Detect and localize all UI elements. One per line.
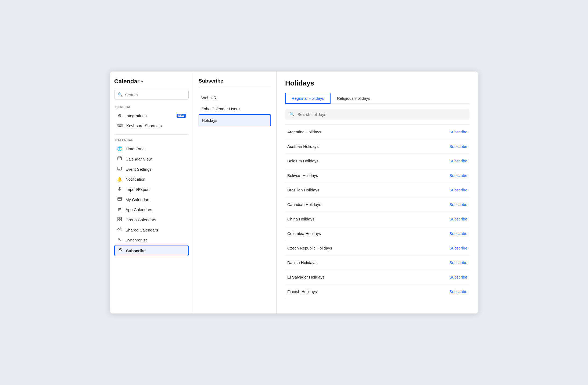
holiday-row: Argentine Holidays Subscribe [285,125,469,139]
event-settings-icon [117,166,122,172]
subscribe-button[interactable]: Subscribe [449,159,467,163]
app-title[interactable]: Calendar ▾ [114,78,189,85]
synchronize-icon: ↻ [117,237,122,243]
subscribe-label: Subscribe [126,248,146,253]
subscribe-button[interactable]: Subscribe [449,231,467,236]
middle-item-web-url[interactable]: Web URL [199,92,271,103]
subscribe-button[interactable]: Subscribe [449,188,467,192]
tab-religious-holidays[interactable]: Religious Holidays [331,93,377,104]
svg-rect-11 [118,219,119,221]
holiday-row: Czech Republic Holidays Subscribe [285,241,469,255]
group-calendars-label: Group Calendars [126,218,156,222]
tabs-row: Regional Holidays Religious Holidays [285,93,469,104]
holiday-row: Finnish Holidays Subscribe [285,284,469,299]
holidays-label: Holidays [202,118,217,123]
search-holidays-icon: 🔍 [289,112,295,117]
chevron-down-icon: ▾ [141,79,143,84]
subscribe-button[interactable]: Subscribe [449,289,467,294]
general-section-label: GENERAL [114,105,189,109]
sidebar-item-keyboard-shortcuts[interactable]: ⌨ Keyboard Shortcuts [114,121,189,131]
shared-calendars-icon [117,227,122,233]
new-badge: NEW [177,114,186,118]
search-input[interactable] [125,92,185,97]
holiday-row: Bolivian Holidays Subscribe [285,168,469,183]
holiday-row: Austrian Holidays Subscribe [285,139,469,154]
holiday-row: China Holidays Subscribe [285,212,469,226]
sidebar-item-app-calendars[interactable]: ⊞ App Calendars [114,205,189,215]
subscribe-button[interactable]: Subscribe [449,130,467,134]
notification-label: Notification [126,177,145,181]
keyboard-icon: ⌨ [117,123,123,128]
holiday-row: Danish Holidays Subscribe [285,255,469,270]
middle-item-zoho-users[interactable]: Zoho Calendar Users [199,103,271,114]
svg-point-15 [120,230,121,231]
calendar-section-label: CALENDAR [114,138,189,142]
holiday-name: El Salvador Holidays [287,275,324,279]
sidebar-item-subscribe[interactable]: Subscribe [114,245,189,256]
group-calendars-icon [117,217,122,222]
sidebar: Calendar ▾ 🔍 GENERAL ⚙ Integrations NEW … [110,72,193,313]
zoho-users-label: Zoho Calendar Users [201,106,240,111]
holiday-name: Finnish Holidays [287,289,317,294]
subscribe-icon [117,248,123,253]
search-holidays-input[interactable] [297,112,465,117]
svg-rect-9 [118,217,119,219]
timezone-icon: 🌐 [117,146,122,151]
holiday-name: China Holidays [287,217,314,221]
holiday-name: Bolivian Holidays [287,173,318,178]
search-holidays-box: 🔍 [285,109,469,120]
svg-rect-10 [120,217,121,219]
holiday-row: Belgium Holidays Subscribe [285,154,469,168]
svg-rect-0 [118,157,121,160]
title-text: Calendar [114,78,139,85]
svg-point-14 [120,228,121,229]
tab-regional-holidays[interactable]: Regional Holidays [285,93,331,104]
integrations-icon: ⚙ [117,113,122,118]
subscribe-button[interactable]: Subscribe [449,246,467,250]
sidebar-item-my-calendars[interactable]: My Calendars [114,194,189,205]
sidebar-item-group-calendars[interactable]: Group Calendars [114,215,189,225]
holiday-name: Czech Republic Holidays [287,246,332,250]
subscribe-button[interactable]: Subscribe [449,217,467,221]
svg-point-13 [118,229,119,230]
sidebar-item-shared-calendars[interactable]: Shared Calendars [114,225,189,235]
app-calendars-label: App Calendars [126,207,152,212]
sidebar-item-calendar-view[interactable]: Calendar View [114,154,189,164]
app-calendars-icon: ⊞ [117,207,122,212]
svg-rect-6 [119,169,120,170]
page-title: Holidays [285,79,469,87]
search-icon: 🔍 [118,92,123,97]
religious-holidays-tab-label: Religious Holidays [337,96,370,101]
search-box: 🔍 [114,90,189,99]
web-url-label: Web URL [201,95,219,100]
subscribe-button[interactable]: Subscribe [449,260,467,265]
holiday-name: Belgium Holidays [287,159,318,163]
holiday-name: Brazilian Holidays [287,188,319,192]
subscribe-button[interactable]: Subscribe [449,275,467,279]
svg-line-17 [119,230,120,230]
subscribe-button[interactable]: Subscribe [449,173,467,178]
calendar-view-icon [117,156,122,162]
keyboard-shortcuts-label: Keyboard Shortcuts [126,123,162,128]
subscribe-button[interactable]: Subscribe [449,144,467,149]
import-export-icon [117,187,122,192]
middle-panel: Subscribe Web URL Zoho Calendar Users Ho… [193,72,277,313]
holiday-name: Canadian Holidays [287,202,321,207]
my-calendars-icon [117,197,122,202]
middle-item-holidays[interactable]: Holidays [199,114,271,126]
holiday-name: Colombia Holidays [287,231,321,236]
holiday-name: Austrian Holidays [287,144,319,149]
sidebar-item-notification[interactable]: 🔔 Notification [114,174,189,184]
svg-rect-12 [120,219,121,221]
holiday-row: El Salvador Holidays Subscribe [285,270,469,284]
subscribe-button[interactable]: Subscribe [449,202,467,207]
sidebar-item-import-export[interactable]: Import/Export [114,184,189,194]
sidebar-item-integrations[interactable]: ⚙ Integrations NEW [114,111,189,121]
notification-icon: 🔔 [117,177,122,182]
shared-calendars-label: Shared Calendars [126,228,158,232]
sidebar-item-event-settings[interactable]: Event Settings [114,164,189,174]
holidays-list: Argentine Holidays Subscribe Austrian Ho… [285,124,469,299]
middle-panel-title: Subscribe [199,78,271,87]
sidebar-item-time-zone[interactable]: 🌐 Time Zone [114,144,189,154]
sidebar-item-synchronize[interactable]: ↻ Synchronize [114,235,189,245]
